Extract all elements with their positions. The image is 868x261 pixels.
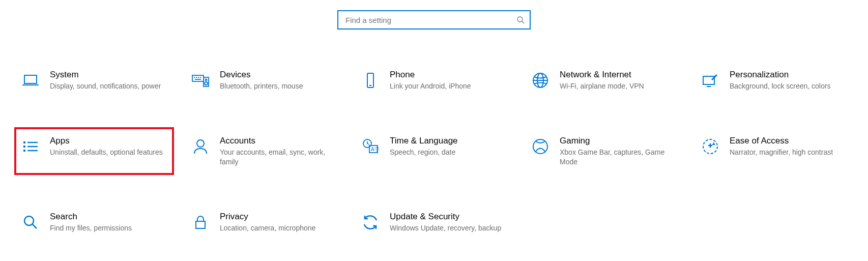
tile-desc: Wi-Fi, airplane mode, VPN <box>560 81 677 91</box>
tile-desc: Speech, region, date <box>390 148 507 157</box>
tile-title: Network & Internet <box>560 69 677 80</box>
tile-system[interactable]: System Display, sound, notifications, po… <box>14 61 174 99</box>
svg-line-35 <box>33 224 37 228</box>
search-icon <box>516 16 525 24</box>
svg-rect-4 <box>192 75 204 81</box>
tile-gaming[interactable]: Gaming Xbox Game Bar, captures, Game Mod… <box>524 127 684 175</box>
svg-line-29 <box>367 143 369 144</box>
tile-desc: Bluetooth, printers, mouse <box>220 81 337 91</box>
tile-search[interactable]: Search Find my files, permissions <box>14 203 174 241</box>
tile-devices[interactable]: Devices Bluetooth, printers, mouse <box>184 61 344 99</box>
magnifier-icon <box>20 212 41 233</box>
ease-of-access-icon <box>700 136 720 157</box>
svg-rect-36 <box>196 221 205 228</box>
xbox-icon <box>530 136 551 157</box>
tile-desc: Background, lock screen, colors <box>730 81 847 91</box>
tile-network[interactable]: Network & Internet Wi-Fi, airplane mode,… <box>524 61 684 99</box>
person-icon <box>190 136 211 157</box>
tile-title: Devices <box>220 69 337 80</box>
tile-title: Phone <box>390 69 507 80</box>
svg-rect-21 <box>23 146 25 148</box>
svg-point-0 <box>517 17 523 22</box>
svg-point-34 <box>24 216 34 225</box>
search-box[interactable] <box>337 10 531 30</box>
svg-line-1 <box>522 21 524 23</box>
tile-desc: Your accounts, email, sync, work, family <box>220 148 337 167</box>
tile-title: Privacy <box>220 211 337 222</box>
tile-phone[interactable]: Phone Link your Android, iPhone <box>354 61 514 99</box>
tile-time-language[interactable]: A字 Time & Language Speech, region, date <box>354 127 514 175</box>
lock-icon <box>190 212 211 233</box>
tile-title: System <box>50 69 167 80</box>
svg-rect-20 <box>23 141 25 143</box>
settings-grid: System Display, sound, notifications, po… <box>14 61 854 241</box>
tile-title: Search <box>50 211 167 222</box>
tile-personalization[interactable]: Personalization Background, lock screen,… <box>694 61 854 99</box>
tile-desc: Xbox Game Bar, captures, Game Mode <box>560 148 677 167</box>
tile-ease-of-access[interactable]: Ease of Access Narrator, magnifier, high… <box>694 127 854 175</box>
tile-title: Personalization <box>730 69 847 80</box>
tile-apps[interactable]: Apps Uninstall, defaults, optional featu… <box>14 127 174 175</box>
tile-title: Ease of Access <box>730 135 847 147</box>
svg-point-26 <box>197 140 204 147</box>
svg-point-11 <box>206 79 207 81</box>
tile-privacy[interactable]: Privacy Location, camera, microphone <box>184 203 344 241</box>
paintbrush-monitor-icon <box>700 70 720 91</box>
phone-icon <box>360 70 381 91</box>
tile-title: Update & Security <box>390 211 507 222</box>
tile-title: Time & Language <box>390 135 507 147</box>
svg-rect-2 <box>24 75 37 83</box>
tile-title: Accounts <box>220 135 337 147</box>
clock-language-icon: A字 <box>360 136 381 157</box>
tile-desc: Uninstall, defaults, optional features <box>50 148 167 157</box>
tile-desc: Windows Update, recovery, backup <box>390 223 507 233</box>
tile-desc: Location, camera, microphone <box>220 223 337 233</box>
tile-title: Apps <box>50 135 167 147</box>
tile-accounts[interactable]: Accounts Your accounts, email, sync, wor… <box>184 127 344 175</box>
apps-list-icon <box>20 136 41 157</box>
tile-desc: Display, sound, notifications, power <box>50 81 167 91</box>
tile-update-security[interactable]: Update & Security Windows Update, recove… <box>354 203 514 241</box>
tile-desc: Find my files, permissions <box>50 223 167 233</box>
svg-text:A字: A字 <box>371 147 380 152</box>
svg-point-12 <box>205 82 208 85</box>
tile-desc: Narrator, magnifier, high contrast <box>730 148 847 157</box>
tile-desc: Link your Android, iPhone <box>390 81 507 91</box>
search-input[interactable] <box>344 15 516 25</box>
keyboard-speaker-icon <box>190 70 211 91</box>
svg-rect-22 <box>23 150 25 152</box>
svg-rect-18 <box>703 76 714 84</box>
laptop-icon <box>20 70 41 91</box>
sync-arrows-icon <box>360 212 381 233</box>
globe-icon <box>530 70 551 91</box>
tile-title: Gaming <box>560 135 677 147</box>
